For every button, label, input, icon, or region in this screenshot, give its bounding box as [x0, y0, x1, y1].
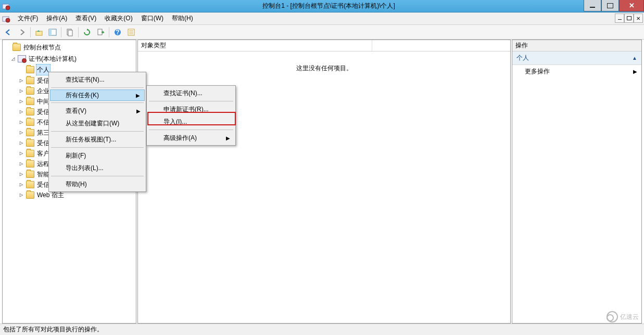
- menu-favorites[interactable]: 收藏夹(O): [100, 13, 136, 24]
- expand-icon[interactable]: ▷: [18, 127, 24, 138]
- toolbar: ?: [0, 25, 644, 40]
- expand-icon[interactable]: ▷: [18, 159, 24, 169]
- menu-item-label: 高级操作(A): [163, 134, 197, 143]
- folder-icon: [26, 191, 34, 199]
- menu-item-label: 查找证书(N)...: [163, 89, 203, 98]
- maximize-button[interactable]: [601, 0, 619, 11]
- actions-more-label: 更多操作: [525, 67, 550, 76]
- menu-file[interactable]: 文件(F): [14, 13, 42, 24]
- menu-separator: [51, 87, 144, 88]
- menu-item-label: 查找证书(N)...: [66, 75, 105, 84]
- svg-rect-4: [36, 31, 42, 35]
- submenu-advanced[interactable]: 高级操作(A)▶: [148, 132, 234, 144]
- folder-icon: [26, 77, 34, 84]
- actions-more[interactable]: 更多操作 ▶: [512, 65, 641, 78]
- expand-icon[interactable]: ▷: [18, 190, 24, 200]
- menu-view[interactable]: 查看(V): [71, 13, 100, 24]
- menu-window[interactable]: 窗口(W): [137, 13, 168, 24]
- cert-icon: [18, 55, 26, 62]
- submenu-arrow-icon: ▶: [633, 69, 637, 74]
- mdi-close-button[interactable]: [634, 14, 643, 23]
- menu-new-window[interactable]: 从这里创建窗口(W): [50, 117, 145, 130]
- folder-icon: [12, 44, 21, 51]
- expand-icon[interactable]: ▷: [18, 86, 24, 96]
- expand-icon[interactable]: ▷: [18, 117, 24, 127]
- folder-icon: [26, 150, 34, 157]
- watermark: 亿速云: [607, 311, 639, 323]
- menu-separator: [51, 131, 144, 132]
- folder-icon: [26, 66, 34, 73]
- actions-pane: 操作 个人 ▲ 更多操作 ▶: [512, 40, 642, 324]
- menu-item-label: 导入(I)...: [163, 118, 187, 126]
- column-header[interactable]: 对象类型: [138, 40, 372, 51]
- submenu-find-certs[interactable]: 查找证书(N)...: [148, 87, 234, 99]
- menu-help[interactable]: 帮助(H): [168, 13, 197, 24]
- actions-section[interactable]: 个人 ▲: [512, 51, 641, 65]
- menu-export-list[interactable]: 导出列表(L)...: [50, 162, 145, 174]
- menu-find-certs[interactable]: 查找证书(N)...: [50, 73, 145, 86]
- expand-icon[interactable]: ▷: [18, 138, 24, 148]
- menu-separator: [51, 147, 144, 148]
- watermark-logo-icon: [607, 311, 618, 323]
- window-titlebar: 控制台1 - [控制台根节点\证书(本地计算机)\个人]: [0, 0, 644, 12]
- submenu-arrow-icon: ▶: [136, 93, 140, 98]
- menu-item-label: 从这里创建窗口(W): [66, 119, 119, 128]
- tree-cert-root-label: 证书(本地计算机): [28, 54, 78, 64]
- menu-item-label: 导出列表(L)...: [66, 164, 104, 173]
- forward-button[interactable]: [16, 26, 28, 38]
- svg-point-1: [6, 6, 10, 10]
- menu-refresh[interactable]: 刷新(F): [50, 149, 145, 162]
- help-button[interactable]: ?: [111, 26, 124, 38]
- expand-icon[interactable]: ▷: [18, 75, 24, 86]
- collapse-icon[interactable]: ◿: [10, 54, 16, 64]
- menu-help[interactable]: 帮助(H): [50, 178, 145, 190]
- expand-icon[interactable]: ▷: [18, 179, 24, 190]
- expand-icon[interactable]: ▷: [18, 107, 24, 117]
- tree-root[interactable]: 控制台根节点: [4, 42, 135, 53]
- folder-icon: [26, 129, 34, 136]
- minimize-button[interactable]: [584, 0, 601, 11]
- refresh-button[interactable]: [81, 26, 93, 38]
- expand-icon[interactable]: ▷: [18, 96, 24, 107]
- toolbar-separator: [78, 27, 79, 37]
- mdi-controls: [615, 14, 643, 23]
- mmc-icon: [2, 15, 10, 23]
- folder-icon: [26, 139, 34, 147]
- submenu-request-cert[interactable]: 申请新证书(R)...: [148, 103, 234, 115]
- svg-rect-6: [49, 29, 52, 35]
- close-button[interactable]: [619, 0, 644, 11]
- menu-item-label: 所有任务(K): [66, 91, 99, 100]
- menu-separator: [149, 130, 233, 130]
- tree-root-label: 控制台根节点: [22, 42, 62, 53]
- copy-button[interactable]: [64, 26, 76, 38]
- menu-all-tasks[interactable]: 所有任务(K)▶: [50, 89, 145, 101]
- status-text: 包括了所有可对此项目执行的操作。: [3, 325, 103, 334]
- folder-icon: [26, 181, 34, 188]
- submenu-import[interactable]: 导入(I)...: [148, 115, 234, 128]
- menu-view[interactable]: 查看(V)▶: [50, 105, 145, 117]
- menu-action[interactable]: 操作(A): [42, 13, 71, 24]
- folder-icon: [26, 119, 34, 126]
- mdi-restore-button[interactable]: [624, 14, 634, 23]
- menu-item-label: 帮助(H): [66, 180, 87, 189]
- folder-icon: [26, 171, 34, 178]
- app-icon: [2, 2, 10, 10]
- show-hide-tree-button[interactable]: [46, 26, 59, 38]
- up-button[interactable]: [33, 26, 45, 38]
- collapse-icon: ▲: [632, 55, 637, 61]
- context-menu: 查找证书(N)... 所有任务(K)▶ 查看(V)▶ 从这里创建窗口(W) 新任…: [48, 72, 146, 192]
- tree-cert-root[interactable]: ◿ 证书(本地计算机): [4, 54, 135, 64]
- expand-icon[interactable]: ▷: [18, 169, 24, 179]
- folder-icon: [26, 160, 34, 168]
- back-button[interactable]: [2, 26, 15, 38]
- menu-new-taskpad[interactable]: 新任务板视图(T)...: [50, 133, 145, 146]
- mdi-minimize-button[interactable]: [615, 14, 624, 23]
- menu-separator: [51, 176, 144, 176]
- folder-icon: [26, 98, 34, 105]
- svg-rect-8: [68, 30, 72, 36]
- export-button[interactable]: [94, 26, 107, 38]
- menu-item-label: 新任务板视图(T)...: [66, 135, 116, 144]
- expand-icon[interactable]: ▷: [18, 148, 24, 159]
- menubar: 文件(F) 操作(A) 查看(V) 收藏夹(O) 窗口(W) 帮助(H): [0, 12, 644, 25]
- details-button[interactable]: [125, 26, 137, 38]
